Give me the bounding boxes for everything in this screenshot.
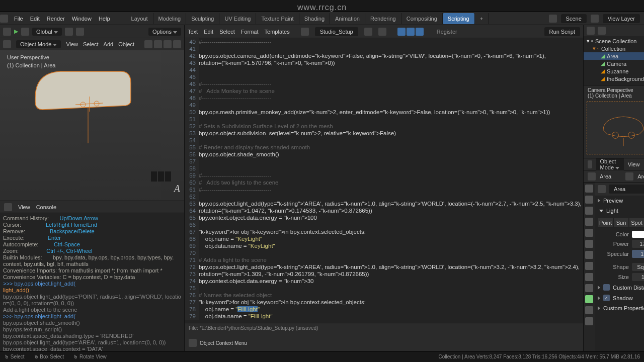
shading-wire-icon[interactable] [144, 40, 152, 48]
console-menu-console[interactable]: Console [36, 204, 56, 210]
text-unlink-icon[interactable] [378, 28, 386, 36]
vp-menu-select[interactable]: Select [83, 41, 99, 47]
text-filename[interactable]: Studio_Setup [315, 27, 358, 36]
prop-tab-icon2[interactable] [625, 172, 633, 180]
register-label[interactable]: Register [437, 29, 457, 35]
tab-output-icon[interactable] [585, 196, 593, 204]
te-menu-edit[interactable]: Edit [204, 29, 213, 35]
specular-field[interactable]: 1.00 [632, 250, 644, 258]
te-menu-templates[interactable]: Templates [265, 29, 290, 35]
camera-preview[interactable]: Camera Perspective (1) Collection | Area… [584, 85, 644, 158]
python-console[interactable]: View Console Command History: Up/Down Ar… [0, 201, 184, 351]
outliner-collection[interactable]: ▾ ▫ Collection [584, 45, 644, 52]
section-light[interactable]: Light [595, 206, 644, 216]
outliner-item-suzanne[interactable]: ◢ Suzanne [584, 67, 644, 75]
ws-add[interactable]: + [475, 13, 489, 24]
viewlayer-field[interactable]: View Layer [603, 14, 640, 23]
light-point[interactable]: Point [598, 218, 613, 228]
app-icon[interactable] [0, 15, 8, 23]
ws-texturepaint[interactable]: Texture Paint [256, 13, 299, 24]
power-field[interactable]: 17 W [632, 240, 644, 248]
outliner[interactable]: ▾ ▫ Scene Collection ▾ ▫ Collection ◢ Ar… [584, 25, 644, 85]
ws-rendering[interactable]: Rendering [365, 13, 401, 24]
light-sun[interactable]: Sun [613, 218, 629, 228]
tab-modifier-icon[interactable] [585, 251, 593, 259]
code-editor[interactable]: 40#------------------------------------4… [185, 38, 583, 323]
menu-help[interactable]: Help [99, 16, 110, 22]
prop-tab-icon1[interactable] [588, 172, 596, 180]
size-field[interactable]: 1 m [632, 273, 644, 281]
line-nums-icon[interactable] [397, 28, 406, 36]
syntax-icon[interactable] [416, 28, 424, 36]
custom-distance-check[interactable] [603, 284, 610, 291]
ws-shading[interactable]: Shading [299, 13, 330, 24]
menu-file[interactable]: File [14, 16, 23, 22]
ws-uvediting[interactable]: UV Editing [219, 13, 256, 24]
orientation-dropdown[interactable]: Global [32, 28, 62, 36]
color-field[interactable] [632, 231, 644, 238]
te-menu-format[interactable]: Format [241, 29, 259, 35]
options-dropdown[interactable]: Options [148, 28, 181, 36]
te-menu-select[interactable]: Select [219, 29, 235, 35]
tab-constraint-icon[interactable] [585, 284, 593, 292]
section-shadow[interactable]: ✓Shadow [595, 293, 644, 303]
mode-dropdown[interactable]: Object Mode [16, 40, 61, 48]
outliner-editor-icon[interactable] [587, 27, 595, 35]
tab-render-icon[interactable] [585, 185, 593, 193]
tab-world-icon[interactable] [585, 229, 593, 237]
section-custom-props[interactable]: Custom Properties [595, 303, 644, 313]
tab-texture-icon[interactable] [585, 317, 593, 325]
tab-data-icon[interactable] [585, 295, 593, 303]
shading-matprev-icon[interactable] [164, 40, 172, 48]
viewport-object[interactable] [30, 65, 136, 143]
menu-window[interactable]: Window [72, 16, 92, 22]
te-menu-text[interactable]: Text [188, 29, 198, 35]
shadow-check[interactable]: ✓ [603, 295, 610, 301]
scene-name-field[interactable]: Scene [561, 14, 587, 23]
tab-object-icon[interactable] [585, 240, 593, 248]
tab-particles-icon[interactable] [585, 262, 593, 270]
tab-scene-icon[interactable] [585, 218, 593, 226]
wrap-icon[interactable] [407, 28, 415, 36]
prop-view[interactable]: View [628, 161, 640, 167]
ws-sculpting[interactable]: Sculpting [186, 13, 219, 24]
ws-compositing[interactable]: Compositing [401, 13, 443, 24]
prop-tab-area2[interactable]: Area [637, 173, 644, 179]
ws-layout[interactable]: Layout [126, 13, 153, 24]
ws-animation[interactable]: Animation [330, 13, 365, 24]
snap-icon[interactable] [21, 28, 29, 36]
3d-viewport[interactable]: ▶ Global Options Object Mode View Select… [0, 25, 184, 201]
shading-solid-icon[interactable] [154, 40, 162, 48]
shading-render-icon[interactable] [173, 40, 181, 48]
outliner-item-camera[interactable]: ◢ Camera [584, 60, 644, 67]
run-script-button[interactable]: Run Script [544, 27, 580, 36]
menu-render[interactable]: Render [47, 16, 65, 22]
shape-field[interactable]: Square [632, 263, 644, 271]
prop-editor-icon[interactable] [588, 160, 592, 168]
menu-edit[interactable]: Edit [30, 16, 40, 22]
outliner-item-background[interactable]: ◢ theBackground [584, 75, 644, 82]
properties-panel[interactable]: Area Preview Light Point Sun Spot Area C… [595, 183, 644, 351]
vp-menu-add[interactable]: Add [104, 41, 114, 47]
tab-material-icon[interactable] [585, 306, 593, 314]
text-new-icon[interactable] [364, 28, 372, 36]
vp-menu-object[interactable]: Object [118, 41, 134, 47]
tab-viewlayer-icon[interactable] [585, 207, 593, 215]
prop-tab-area1[interactable]: Area [600, 173, 611, 179]
pivot-icon[interactable] [65, 28, 73, 36]
ws-modeling[interactable]: Modeling [153, 13, 187, 24]
play-icon[interactable]: ▶ [14, 28, 18, 35]
outliner-item-area[interactable]: ◢ Area [584, 52, 644, 60]
prop-mode-dropdown[interactable]: Object Mode [596, 157, 624, 171]
outliner-scene-collection[interactable]: ▾ ▫ Scene Collection [584, 37, 644, 45]
tab-physics-icon[interactable] [585, 273, 593, 281]
section-preview[interactable]: Preview [595, 196, 644, 206]
outliner-filter-icon[interactable] [598, 27, 606, 35]
light-spot[interactable]: Spot [629, 218, 644, 228]
console-menu-view[interactable]: View [18, 204, 30, 210]
data-name-field[interactable]: Area [609, 185, 644, 194]
section-custom-distance[interactable]: Custom Distance [595, 282, 644, 293]
console-editor-icon[interactable] [4, 203, 12, 211]
vp-menu-view[interactable]: View [66, 41, 78, 47]
ws-scripting[interactable]: Scripting [443, 13, 475, 24]
